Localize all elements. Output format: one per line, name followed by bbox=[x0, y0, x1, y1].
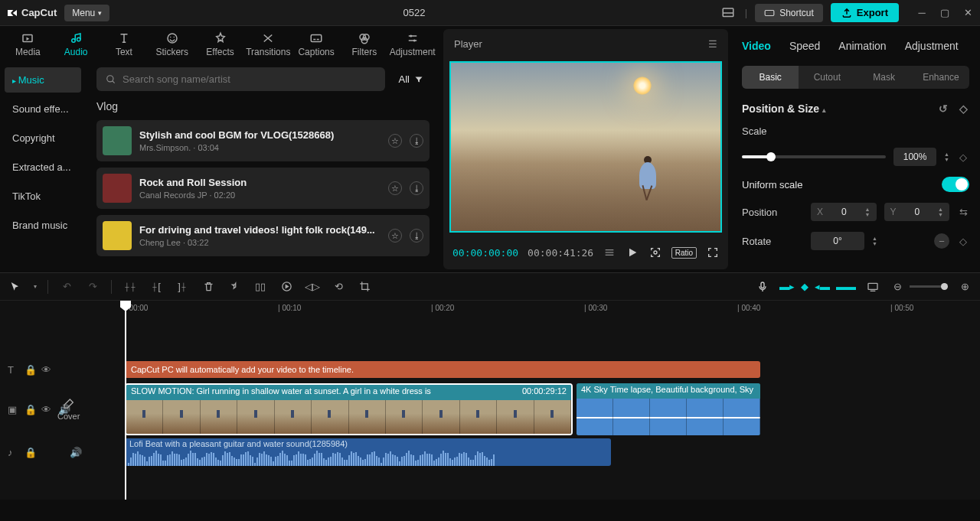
scan-icon[interactable] bbox=[649, 245, 662, 260]
undo-icon[interactable]: ↶ bbox=[59, 279, 74, 295]
magnet-4-icon[interactable]: ▬▬ bbox=[836, 281, 856, 292]
zoom-out-icon[interactable]: ⊖ bbox=[890, 279, 905, 295]
tab-stickers[interactable]: Stickers bbox=[149, 28, 195, 61]
sidebar-item-brand-music[interactable]: Brand music bbox=[5, 213, 81, 238]
export-button[interactable]: Export bbox=[831, 3, 899, 22]
right-tab-adjustment[interactable]: Adjustment bbox=[905, 40, 959, 52]
download-icon[interactable]: ⭳ bbox=[410, 181, 423, 195]
music-track-item[interactable]: Stylish and cool BGM for VLOG(1528668)Mr… bbox=[96, 120, 430, 161]
tab-captions[interactable]: Captions bbox=[293, 28, 340, 61]
music-track-item[interactable]: For driving and travel videos! light fol… bbox=[96, 215, 430, 256]
tab-transitions[interactable]: Transitions bbox=[245, 28, 292, 61]
crop-tool[interactable] bbox=[357, 279, 372, 295]
sidebar-item-copyright[interactable]: Copyright bbox=[5, 125, 81, 151]
eye-icon[interactable]: 👁 bbox=[41, 364, 52, 375]
ratio-button[interactable]: Ratio bbox=[671, 247, 697, 259]
tab-filters[interactable]: Filters bbox=[341, 28, 387, 61]
scale-slider[interactable] bbox=[742, 155, 886, 158]
position-x-input[interactable]: X 0 ▲▼ bbox=[811, 203, 877, 221]
favorite-icon[interactable]: ☆ bbox=[388, 134, 402, 148]
rotate-value[interactable]: 0° bbox=[811, 232, 864, 250]
scale-value[interactable]: 100% bbox=[893, 148, 936, 166]
sub-tab-mask[interactable]: Mask bbox=[856, 66, 913, 89]
search-input[interactable] bbox=[122, 73, 376, 85]
sidebar-item-sound-effe-[interactable]: Sound effe... bbox=[5, 96, 81, 122]
favorite-icon[interactable]: ☆ bbox=[388, 229, 402, 243]
shortcut-button[interactable]: Shortcut bbox=[755, 4, 823, 22]
playhead[interactable] bbox=[125, 301, 126, 500]
keyframe-scale-icon[interactable]: ◇ bbox=[957, 151, 969, 163]
right-tab-video[interactable]: Video bbox=[742, 40, 771, 52]
sub-tab-enhance[interactable]: Enhance bbox=[913, 66, 969, 89]
right-tab-animation[interactable]: Animation bbox=[838, 40, 886, 52]
time-ruler[interactable]: | 00:00| 00:10| 00:20| 00:30| 00:40| 00:… bbox=[88, 301, 980, 319]
search-box[interactable] bbox=[96, 67, 385, 91]
audio-clip[interactable]: Lofi Beat with a pleasant guitar and wat… bbox=[125, 438, 611, 466]
menu-button[interactable]: Menu ▾ bbox=[64, 5, 109, 21]
trim-left-tool[interactable]: ⟊[ bbox=[149, 279, 164, 295]
layout-icon[interactable] bbox=[719, 4, 737, 22]
zoom-in-icon[interactable]: ⊕ bbox=[957, 279, 972, 295]
sidebar-item-tiktok[interactable]: TikTok bbox=[5, 184, 81, 209]
selection-tool[interactable] bbox=[8, 279, 23, 295]
favorite-icon[interactable]: ☆ bbox=[388, 181, 402, 195]
mirror-tool[interactable]: ◁▷ bbox=[305, 279, 320, 295]
sidebar-item-music[interactable]: Music bbox=[5, 67, 81, 93]
track-thumbnail bbox=[103, 221, 132, 250]
download-icon[interactable]: ⭳ bbox=[410, 229, 423, 243]
music-track-item[interactable]: Rock and Roll SessionCanal Records JP · … bbox=[96, 168, 430, 209]
link-xy-icon[interactable]: ⇆ bbox=[957, 206, 969, 218]
rotate-minus-icon[interactable]: − bbox=[934, 233, 949, 249]
tab-media[interactable]: Media bbox=[5, 28, 51, 61]
video-preview[interactable] bbox=[449, 61, 722, 233]
rotate-tool[interactable]: ⟲ bbox=[331, 279, 346, 295]
right-tab-speed[interactable]: Speed bbox=[789, 40, 820, 52]
tab-effects[interactable]: Effects bbox=[197, 28, 243, 61]
tab-adjustment[interactable]: Adjustment bbox=[389, 28, 436, 61]
eye-icon[interactable]: 👁 bbox=[41, 404, 52, 415]
magnet-2-icon[interactable]: ◆ bbox=[801, 281, 808, 292]
keyframe-icon[interactable]: ◇ bbox=[957, 103, 969, 115]
video-clip-1[interactable]: SLOW MOTION: Girl running in shallow wat… bbox=[125, 383, 573, 435]
rotate-stepper[interactable]: ▲▼ bbox=[872, 236, 877, 246]
zoom-slider[interactable] bbox=[910, 285, 948, 288]
lock-icon[interactable]: 🔒 bbox=[24, 364, 35, 375]
split-tool[interactable]: ⟊⟊ bbox=[122, 279, 138, 295]
window-minimize[interactable]: ─ bbox=[916, 7, 928, 19]
cover-button[interactable]: Cover bbox=[57, 398, 80, 421]
download-icon[interactable]: ⭳ bbox=[410, 134, 423, 148]
trim-right-tool[interactable]: ]⟊ bbox=[175, 279, 190, 295]
scale-stepper[interactable]: ▲▼ bbox=[944, 151, 949, 162]
magnet-3-icon[interactable]: ◂▬ bbox=[815, 281, 830, 292]
delete-tool[interactable] bbox=[201, 279, 216, 295]
keyframe-rotate-icon[interactable]: ◇ bbox=[957, 235, 969, 247]
tab-audio[interactable]: Audio bbox=[53, 28, 100, 61]
video-clip-2[interactable]: 4K Sky Time lapse, Beautiful background,… bbox=[577, 383, 760, 435]
sidebar-item-extracted-a-[interactable]: Extracted a... bbox=[5, 155, 81, 180]
sub-tab-basic[interactable]: Basic bbox=[742, 66, 799, 89]
crop-frame-tool[interactable]: ▯▯ bbox=[253, 279, 268, 295]
player-menu-icon[interactable]: ☰ bbox=[708, 38, 717, 50]
lock-icon[interactable]: 🔒 bbox=[24, 404, 35, 415]
fullscreen-icon[interactable] bbox=[706, 245, 719, 260]
play-button[interactable] bbox=[625, 245, 640, 260]
speed-tool[interactable] bbox=[279, 279, 294, 295]
position-y-input[interactable]: Y 0 ▲▼ bbox=[884, 203, 950, 221]
magnet-1-icon[interactable]: ▬▸ bbox=[779, 281, 795, 292]
list-icon[interactable] bbox=[603, 245, 616, 260]
svg-point-10 bbox=[173, 37, 175, 38]
text-clip[interactable]: CapCut PC will automatically add your vi… bbox=[125, 361, 760, 378]
uniform-scale-toggle[interactable] bbox=[942, 177, 969, 192]
redo-icon[interactable]: ↷ bbox=[85, 279, 100, 295]
tab-text[interactable]: Text bbox=[101, 28, 148, 61]
marker-tool[interactable] bbox=[227, 279, 242, 295]
mic-icon[interactable] bbox=[755, 279, 770, 295]
lock-icon[interactable]: 🔒 bbox=[24, 447, 35, 458]
window-close[interactable]: ✕ bbox=[962, 7, 974, 19]
mute-icon[interactable]: 🔊 bbox=[70, 447, 80, 458]
preview-icon[interactable] bbox=[865, 279, 880, 295]
filter-button[interactable]: All bbox=[393, 69, 430, 90]
window-maximize[interactable]: ▢ bbox=[939, 7, 951, 19]
sub-tab-cutout[interactable]: Cutout bbox=[799, 66, 855, 89]
reset-icon[interactable]: ↺ bbox=[937, 103, 949, 115]
